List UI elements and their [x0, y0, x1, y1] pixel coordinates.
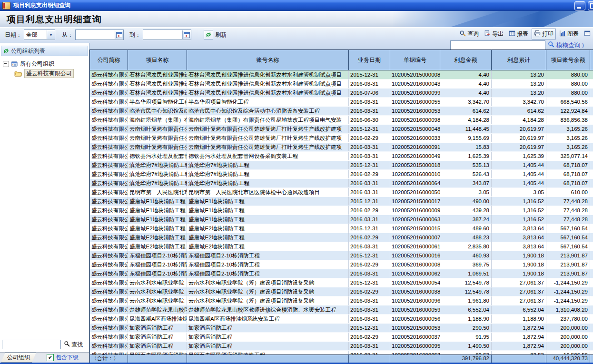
table-row[interactable]: 盛云科技有限公司盛唐城E2地块消防工程盛唐城E2地块消防工程2016-02-29… — [90, 233, 593, 242]
tab-company-organization[interactable]: 公司组织 — [1, 353, 36, 363]
table-cell: 1,900.18 — [492, 269, 546, 278]
table-row[interactable]: 盛云科技有限公司滇池华府7#地块消防工程滇池华府7#地块消防工程2016-02-… — [90, 170, 593, 179]
column-header-balance[interactable]: 项目账号余额 — [546, 50, 590, 70]
table-row[interactable]: 盛云科技有限公司半岛华府项目智能化工程半岛华府项目智能化工程2016-03-31… — [90, 98, 593, 107]
table-cell: 439.28 — [440, 206, 492, 215]
fuzzy-search-input[interactable] — [450, 40, 545, 50]
table-cell: -1,244,150.29 — [546, 278, 590, 287]
table-cell: 200,000.00 — [546, 342, 590, 350]
maximize-button[interactable] — [588, 1, 593, 10]
checkbox-icon[interactable]: ✔ — [47, 354, 54, 361]
table-row[interactable]: 盛云科技有限公司盛唐城E2地块消防工程盛唐城E2地块消防工程2015-12-31… — [90, 224, 593, 233]
collapse-icon[interactable] — [3, 61, 9, 67]
table-row[interactable]: 盛云科技有限公司海南红塔烟草（集团）有限责任公司易地技改工程项目电气安装海南红塔… — [90, 116, 593, 125]
table-row[interactable]: 盛云科技有限公司德钦县污水处理及配套管网设备采购安装工程德钦县污水处理及配套管网… — [90, 152, 593, 161]
tree-item-all-companies[interactable]: 所有公司组织 — [0, 59, 89, 69]
table-cell: 2016-03-31 — [349, 215, 390, 224]
chart-button[interactable]: 图表 — [557, 29, 581, 39]
column-header-account[interactable]: 账号名称 — [187, 50, 349, 70]
table-cell-sliver — [590, 305, 593, 314]
table-cell: 1020052016000095 — [390, 342, 440, 350]
search-icon — [548, 41, 554, 49]
table-row[interactable]: 盛云科技有限公司如家酒店消防工程如家酒店消防工程2015-12-31102005… — [90, 324, 593, 333]
more-chevron-partial[interactable]: ⟩ — [582, 42, 585, 49]
table-cell: 122,924.84 — [546, 107, 590, 115]
table-cell: 1,316.52 — [492, 215, 546, 224]
tree-item-company[interactable]: 盛云科技有限公司 — [14, 69, 89, 78]
table-row[interactable]: 盛云科技有限公司云南烟叶复烤有限责任公司楚雄复烤厂打叶复烤生产线改扩建项云南烟叶… — [90, 125, 593, 134]
table-row[interactable]: 盛云科技有限公司盛唐城E1地块消防工程盛唐城E1地块消防工程2016-03-31… — [90, 215, 593, 224]
to-date-input[interactable] — [143, 30, 191, 40]
table-row[interactable]: 盛云科技有限公司东福佳园项目2-10栋消防工程东福佳园项目2-10栋消防工程20… — [90, 269, 593, 278]
column-header-company[interactable]: 公司简称 — [90, 50, 128, 70]
table-cell: 6,552.04 — [492, 305, 546, 314]
table-cell: 27,061.37 — [492, 287, 546, 296]
table-row[interactable]: 盛云科技有限公司云南水利水电职业学院（筹）建设项目消防设备采购云南水利水电职业学… — [90, 296, 593, 305]
print-button[interactable]: 打印 — [532, 29, 556, 39]
summary-button-partial[interactable] — [582, 29, 592, 39]
table-cell: 3,813.64 — [492, 242, 546, 251]
column-header-project[interactable]: 项目名称 — [128, 50, 187, 70]
table-row[interactable]: 盛云科技有限公司石林台湾农民创业园推进信息化创新农村水利建管机制试点项目石林台湾… — [90, 79, 593, 89]
query-button[interactable]: 查询 — [457, 29, 481, 39]
column-header-cum[interactable]: 利息累计 — [492, 50, 546, 70]
table-row[interactable]: 盛云科技有限公司东福佳园项目2-10栋消防工程东福佳园项目2-10栋消防工程20… — [90, 251, 593, 260]
export-button[interactable]: 导出 — [482, 29, 505, 39]
table-row[interactable]: 盛云科技有限公司昆海四期A区商场排油烟系统安装工程昆海四期A区商场排油烟系统安装… — [90, 315, 593, 324]
table-cell: 如家酒店消防工程 — [128, 342, 187, 350]
report-button[interactable]: 报表 — [507, 29, 530, 39]
table-row[interactable]: 盛云科技有限公司临沧市民中心知识馆及综合活动中心消防设备安装工程临沧市民中心知识… — [90, 107, 593, 116]
date-range-select[interactable]: 全部 ▼ — [24, 30, 55, 40]
calendar-icon[interactable] — [182, 30, 191, 39]
table-cell-sliver — [590, 161, 593, 169]
table-row[interactable]: 盛云科技有限公司滇池华府7#地块消防工程滇池华府7#地块消防工程2015-12-… — [90, 161, 593, 170]
refresh-button[interactable]: 刷新 — [204, 30, 227, 39]
table-row[interactable]: 盛云科技有限公司盛唐城E2地块消防工程盛唐城E2地块消防工程2016-03-31… — [90, 242, 593, 251]
table-row[interactable]: 盛云科技有限公司云南水利水电职业学院（筹）建设项目消防设备采购云南水利水电职业学… — [90, 278, 593, 287]
find-button[interactable]: 查找 — [71, 341, 83, 349]
table-row[interactable]: 盛云科技有限公司滇池华府7#地块消防工程滇池华府7#地块消防工程2016-03-… — [90, 179, 593, 188]
table-cell: 1,188.90 — [440, 315, 492, 323]
search-icon — [64, 341, 70, 348]
table-cell: 77,448.28 — [546, 215, 590, 224]
table-cell: 2016-02-29 — [349, 170, 390, 178]
column-header-date[interactable]: 业务日期 — [349, 50, 390, 70]
table-cell: 盛云科技有限公司 — [90, 342, 128, 350]
table-row[interactable]: 盛云科技有限公司昆明市第一人民医院北市区医院体检中心通风改造项目昆明市第一人民医… — [90, 188, 593, 197]
table-row[interactable]: 盛云科技有限公司楚雄师范学院花果山校区教师进修综合楼消防、水暖安装工程楚雄师范学… — [90, 305, 593, 315]
window-titlebar: 项目利息支出明细查询 — [0, 0, 593, 11]
table-cell: 1020052015000008 — [390, 70, 440, 79]
table-cell: 2016-02-29 — [349, 206, 390, 215]
minimize-button[interactable] — [574, 1, 585, 10]
calendar-icon[interactable] — [115, 30, 123, 39]
fuzzy-search-button[interactable]: 模糊查询 — [556, 41, 580, 49]
table-cell: 盛云科技有限公司 — [90, 333, 128, 341]
table-row[interactable]: 盛云科技有限公司云南烟叶复烤有限责任公司楚雄复烤厂打叶复烤生产线改扩建项云南烟叶… — [90, 134, 593, 143]
footer-cell — [390, 355, 440, 363]
table-row[interactable]: 盛云科技有限公司盛唐城E1地块消防工程盛唐城E1地块消防工程2015-12-31… — [90, 197, 593, 206]
header-banner: 项目利息支出明细查询 — [0, 11, 593, 27]
table-row[interactable]: 盛云科技有限公司石林台湾农民创业园推进信息化创新农村水利建管机制试点项目石林台湾… — [90, 89, 593, 98]
table-row[interactable]: 盛云科技有限公司云南水利水电职业学院（筹）建设项目消防设备采购云南水利水电职业学… — [90, 287, 593, 296]
table-cell: 楚雄师范学院花果山校区教师进修综合楼消防、水暖安装工程 — [128, 305, 187, 314]
table-cell: 盛云科技有限公司 — [90, 351, 128, 354]
from-date-input[interactable] — [75, 30, 124, 40]
table-row[interactable]: 盛云科技有限公司昆明百春颐民酒店消防改造工程昆明百春颐民酒店消防改造工程2016… — [90, 351, 593, 354]
column-header-doc-no[interactable]: 单据编号 — [390, 50, 440, 70]
table-row[interactable]: 盛云科技有限公司云南烟叶复烤有限责任公司楚雄复烤厂打叶复烤生产线改扩建项云南烟叶… — [90, 143, 593, 152]
tree-find-input[interactable] — [2, 340, 61, 349]
chevron-down-icon[interactable]: ▼ — [47, 30, 55, 39]
table-row[interactable]: 盛云科技有限公司石林台湾农民创业园推进信息化创新农村水利建管机制试点项目石林台湾… — [90, 70, 593, 79]
table-row[interactable]: 盛云科技有限公司如家酒店消防工程如家酒店消防工程2016-03-31102005… — [90, 342, 593, 351]
table-cell: 盛云科技有限公司 — [90, 287, 128, 296]
include-children-checkbox[interactable]: ✔ 包含下级 — [47, 354, 79, 362]
table-cell: 3,165.26 — [546, 125, 590, 133]
table-cell: 1,625.39 — [440, 152, 492, 160]
column-header-interest[interactable]: 利息金额 — [440, 50, 492, 70]
table-cell: 2016-03-31 — [349, 79, 390, 88]
table-row[interactable]: 盛云科技有限公司东福佳园项目2-10栋消防工程东福佳园项目2-10栋消防工程20… — [90, 260, 593, 269]
table-row[interactable]: 盛云科技有限公司盛唐城E1地块消防工程盛唐城E1地块消防工程2016-02-29… — [90, 206, 593, 215]
table-row[interactable]: 盛云科技有限公司如家酒店消防工程如家酒店消防工程2016-02-29102005… — [90, 333, 593, 342]
table-cell-sliver — [590, 143, 593, 151]
table-cell: 云南水利水电职业学院（筹）建设项目消防设备采购 — [128, 287, 187, 296]
